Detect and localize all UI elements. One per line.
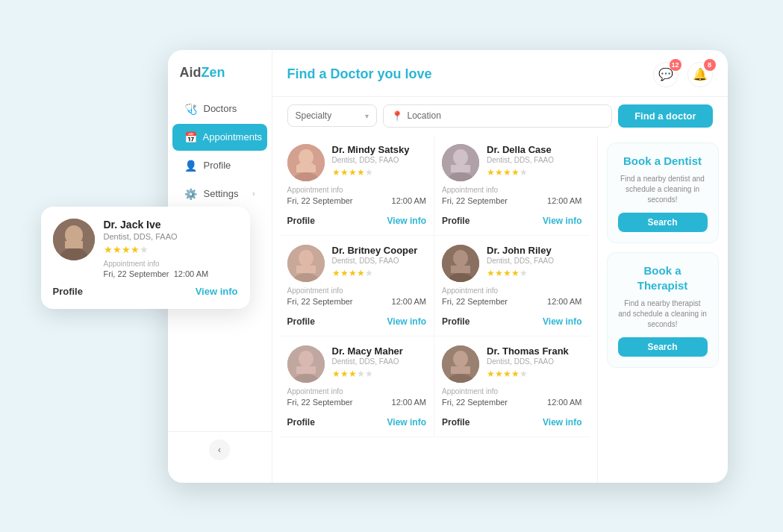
chevron-down-icon: ▾: [365, 112, 369, 120]
appt-time-1: Fri, 22 September12:00 AM: [442, 196, 582, 205]
floating-doctor-specialty: Dentist, DDS, FAAO: [104, 232, 238, 241]
doctor-stars-2: ★★★★★: [332, 268, 427, 278]
floating-doctor-card: Dr. Jack Ive Dentist, DDS, FAAO ★★★★★ Ap…: [41, 207, 250, 309]
promo-title-therapist: Book a Therapist: [618, 263, 708, 292]
messages-button[interactable]: 💬 12: [653, 62, 679, 87]
appt-label-3: Appointment info: [442, 287, 582, 295]
svg-point-26: [453, 351, 468, 367]
doctor-avatar-3: [442, 245, 479, 282]
doctor-specialty-5: Dentist, DDS, FAAO: [487, 357, 582, 366]
profile-button-2[interactable]: Profile: [287, 316, 315, 327]
svg-point-22: [299, 351, 313, 367]
floating-doctor-name: Dr. Jack Ive: [104, 219, 238, 231]
svg-point-14: [299, 250, 313, 266]
doctor-card-5: Dr. Thomas Frank Dentist, DDS, FAAO ★★★★…: [434, 337, 590, 437]
view-info-button-2[interactable]: View info: [387, 316, 426, 327]
doctor-avatar-4: [287, 345, 325, 383]
doctor-specialty-3: Dentist, DDS, FAAO: [487, 257, 582, 265]
profile-button-4[interactable]: Profile: [287, 417, 315, 428]
search-bar: Specialty ▾ 📍 Location Find a doctor: [272, 97, 728, 135]
doctors-icon: 🩺: [184, 103, 198, 115]
promo-title-dentist: Book a Dentist: [618, 154, 708, 169]
doctor-card-4: Dr. Macy Maher Dentist, DDS, FAAO ★★★★★ …: [280, 337, 435, 437]
header: Find a Doctor you love 💬 12 🔔 8: [272, 50, 728, 97]
profile-button-0[interactable]: Profile: [287, 216, 315, 226]
logo: AidZen: [168, 65, 272, 96]
main-content: Find a Doctor you love 💬 12 🔔 8 Specialt…: [272, 50, 728, 483]
profile-icon: 👤: [184, 160, 198, 172]
svg-rect-27: [451, 366, 470, 374]
doctor-stars-3: ★★★★★: [487, 268, 582, 278]
view-info-button-1[interactable]: View info: [543, 216, 581, 226]
svg-point-5: [299, 149, 313, 166]
svg-rect-11: [451, 165, 470, 172]
svg-point-10: [453, 149, 468, 166]
appt-time-0: Fri, 22 September12:00 AM: [287, 196, 427, 205]
profile-button-1[interactable]: Profile: [442, 216, 470, 226]
right-panel: Book a Dentist Find a nearby dentist and…: [597, 135, 728, 483]
notifications-badge: 8: [704, 59, 716, 71]
doctor-card-3: Dr. John Riley Dentist, DDS, FAAO ★★★★★ …: [434, 236, 590, 337]
sidebar-item-settings[interactable]: ⚙️ Settings ›: [172, 181, 267, 207]
svg-point-18: [453, 250, 468, 266]
doctor-avatar-2: [287, 245, 325, 282]
doctor-specialty-1: Dentist, DDS, FAAO: [487, 156, 582, 164]
specialty-label: Specialty: [296, 110, 332, 121]
view-info-button-4[interactable]: View info: [387, 417, 426, 428]
sidebar-item-label: Profile: [204, 160, 231, 171]
header-title: Find a Doctor you love: [287, 66, 432, 82]
doctors-list: Dr. Mindy Satsky Dentist, DDS, FAAO ★★★★…: [272, 135, 597, 483]
appt-time-2: Fri, 22 September12:00 AM: [287, 297, 427, 306]
specialty-dropdown[interactable]: Specialty ▾: [287, 104, 377, 127]
location-input[interactable]: 📍 Location: [383, 104, 613, 128]
doctor-name-2: Dr. Britney Cooper: [332, 245, 427, 256]
location-pin-icon: 📍: [391, 110, 403, 122]
floating-appt-label: Appointment info: [104, 260, 238, 268]
sidebar-item-label: Appointments: [203, 131, 263, 143]
doctors-grid: Dr. Mindy Satsky Dentist, DDS, FAAO ★★★★…: [280, 135, 590, 437]
profile-button-3[interactable]: Profile: [442, 316, 470, 327]
view-info-button-5[interactable]: View info: [543, 417, 581, 428]
sidebar-collapse: ‹: [168, 431, 272, 468]
view-info-button-3[interactable]: View info: [543, 316, 581, 327]
sidebar-item-doctors[interactable]: 🩺 Doctors: [172, 96, 267, 122]
floating-appt-time: Fri, 22 September 12:00 AM: [104, 269, 238, 278]
floating-profile-link[interactable]: Profile: [53, 286, 83, 297]
doctor-name-4: Dr. Macy Maher: [332, 345, 427, 357]
appt-time-4: Fri, 22 September12:00 AM: [287, 398, 427, 407]
svg-rect-3: [65, 241, 83, 248]
chevron-right-icon: ›: [252, 190, 255, 198]
promo-search-therapist[interactable]: Search: [618, 337, 708, 357]
doctor-stars-1: ★★★★★: [487, 167, 582, 178]
doctor-avatar-0: [287, 144, 325, 181]
sidebar-item-profile[interactable]: 👤 Profile: [172, 152, 267, 179]
svg-rect-8: [299, 163, 313, 168]
doctor-name-1: Dr. Della Case: [487, 144, 582, 155]
doctor-avatar-5: [442, 345, 479, 383]
doctor-name-0: Dr. Mindy Satsky: [332, 144, 427, 155]
appt-label-2: Appointment info: [287, 287, 427, 295]
collapse-button[interactable]: ‹: [209, 439, 230, 460]
sidebar-item-label: Doctors: [204, 103, 237, 114]
svg-rect-23: [296, 366, 316, 374]
doctor-stars-5: ★★★★★: [487, 369, 582, 379]
profile-button-5[interactable]: Profile: [442, 417, 470, 428]
notifications-button[interactable]: 🔔 8: [687, 62, 713, 87]
appt-label-1: Appointment info: [442, 186, 582, 194]
promo-card-dentist: Book a Dentist Find a nearby dentist and…: [607, 143, 719, 244]
promo-desc-dentist: Find a nearby dentist and schedule a cle…: [618, 174, 708, 205]
floating-view-link[interactable]: View info: [196, 286, 238, 297]
view-info-button-0[interactable]: View info: [387, 216, 426, 226]
doctor-name-5: Dr. Thomas Frank: [487, 345, 582, 357]
doctor-card-2: Dr. Britney Cooper Dentist, DDS, FAAO ★★…: [280, 236, 435, 337]
sidebar-item-appointments[interactable]: 📅 Appointments: [172, 124, 267, 151]
floating-avatar: [53, 219, 95, 260]
doctor-stars-4: ★★★★★: [332, 369, 427, 379]
find-doctor-button[interactable]: Find a doctor: [618, 104, 712, 128]
doctor-specialty-2: Dentist, DDS, FAAO: [332, 257, 427, 265]
doctor-card-0: Dr. Mindy Satsky Dentist, DDS, FAAO ★★★★…: [280, 135, 435, 236]
location-label: Location: [408, 110, 441, 121]
content-area: Dr. Mindy Satsky Dentist, DDS, FAAO ★★★★…: [272, 135, 728, 483]
promo-search-dentist[interactable]: Search: [618, 213, 708, 232]
appt-time-5: Fri, 22 September12:00 AM: [442, 398, 582, 407]
